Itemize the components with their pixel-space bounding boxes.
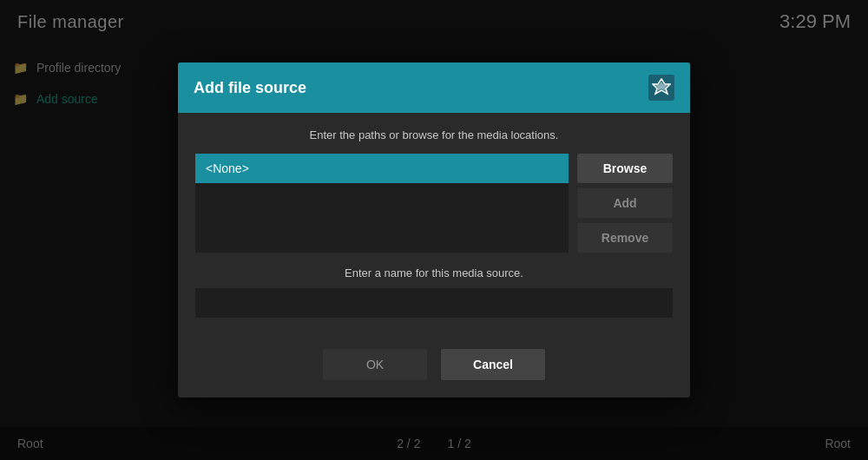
button-group: Browse Add Remove	[577, 154, 673, 253]
add-button[interactable]: Add	[577, 188, 673, 218]
kodi-logo-icon	[652, 78, 671, 97]
browse-button[interactable]: Browse	[577, 154, 673, 183]
name-input[interactable]	[195, 288, 673, 318]
name-section: Enter a name for this media source.	[195, 266, 673, 318]
overlay: Add file source Enter the paths or brows…	[0, 0, 868, 460]
path-section: <None> Browse Add Remove	[195, 154, 673, 253]
path-list-item[interactable]: <None>	[195, 154, 569, 183]
dialog-footer: OK Cancel	[178, 335, 690, 398]
name-instruction: Enter a name for this media source.	[195, 266, 673, 279]
cancel-button[interactable]: Cancel	[441, 349, 545, 380]
add-file-source-dialog: Add file source Enter the paths or brows…	[178, 62, 690, 398]
ok-button[interactable]: OK	[323, 349, 427, 380]
dialog-header: Add file source	[178, 62, 690, 113]
dialog-instruction-top: Enter the paths or browse for the media …	[195, 128, 673, 141]
remove-button[interactable]: Remove	[577, 223, 673, 253]
kodi-icon	[648, 75, 674, 101]
dialog-body: Enter the paths or browse for the media …	[178, 113, 690, 335]
dialog-title: Add file source	[194, 79, 306, 97]
path-list: <None>	[195, 154, 569, 253]
